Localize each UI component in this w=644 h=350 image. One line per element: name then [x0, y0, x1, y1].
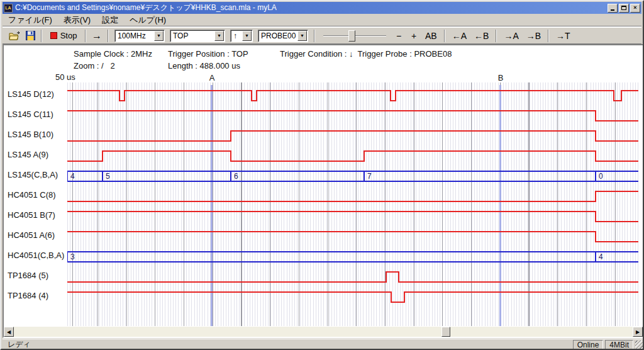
bus-value: 7 [367, 172, 372, 181]
sample-clock-value: 100MHz [115, 31, 154, 40]
stop-label: Stop [60, 31, 77, 40]
app-window: LA C:¥Documents and Settings¥noname¥デスクト… [0, 0, 644, 350]
trigger-edge-value: ↑ [231, 31, 242, 40]
wave-trace [67, 212, 638, 222]
trigger-condition-info: Trigger Condition : ↓ Trigger Probe : PR… [280, 49, 452, 59]
waveform-plot: 4567034 [67, 83, 638, 326]
stop-icon [50, 32, 57, 39]
resize-grip[interactable] [635, 341, 643, 349]
wave-trace [67, 272, 638, 282]
zoom-slider[interactable] [323, 30, 386, 42]
status-message: レディ [3, 339, 573, 350]
goto-marker-a-button[interactable]: ←A [448, 29, 470, 43]
toolbar-separator [41, 30, 42, 42]
maximize-button[interactable] [619, 4, 629, 13]
wave-trace [67, 131, 638, 141]
menu-file[interactable]: ファイル(F) [3, 14, 58, 26]
signal-label: HC4051 B(7) [8, 210, 67, 220]
bus-value: 4 [599, 252, 603, 261]
toolbar-separator [85, 30, 86, 42]
toolbar: Stop → 100MHz ▼ TOP ▼ ↑ ▼ PROBE00 ▼ − + [3, 27, 641, 44]
toolbar-separator [314, 30, 315, 42]
signal-label: TP1684 (5) [8, 271, 67, 281]
goto-trigger-button[interactable]: →T [552, 29, 574, 43]
signal-label: HC4051 A(6) [8, 230, 67, 240]
menu-view[interactable]: 表示(V) [58, 14, 96, 26]
bus-value: 0 [599, 172, 603, 181]
signal-label: LS145 B(10) [8, 130, 67, 140]
wave-trace [67, 232, 638, 242]
zoom-out-button[interactable]: − [391, 29, 406, 43]
close-icon: × [633, 5, 636, 11]
close-button[interactable]: × [630, 4, 640, 13]
run-button[interactable]: → [89, 29, 104, 43]
minimize-icon [611, 6, 614, 11]
maximize-icon [621, 6, 626, 10]
signal-label: LS145 A(9) [8, 150, 67, 160]
menu-settings[interactable]: 設定 [96, 14, 124, 26]
marker-b-label: B [494, 73, 507, 82]
open-folder-icon [9, 31, 20, 40]
show-ab-button[interactable]: AB [421, 29, 441, 43]
marker-a-label: A [206, 73, 218, 82]
signal-label: LS145 D(12) [8, 89, 67, 99]
scroll-left-button[interactable]: ◀ [4, 327, 14, 337]
app-icon: LA [4, 4, 13, 13]
open-file-button[interactable] [6, 29, 23, 43]
trigger-probe-dropdown[interactable]: PROBE00 ▼ [258, 30, 308, 42]
slider-thumb[interactable] [348, 30, 355, 42]
wave-trace [67, 151, 638, 161]
toolbar-separator [496, 30, 497, 42]
scrollbar-thumb[interactable] [441, 327, 450, 337]
bus-value: 3 [70, 252, 75, 261]
status-bar: レディ Online 4MBit [3, 339, 644, 350]
horizontal-scrollbar[interactable]: ◀ ▶ [4, 327, 643, 337]
trigger-position-dropdown[interactable]: TOP ▼ [170, 30, 225, 42]
signal-label: HC4051 C(8) [8, 190, 67, 200]
sample-clock-info: Sample Clock : 2MHz [74, 49, 152, 59]
bus-value: 5 [106, 172, 110, 181]
scroll-right-button[interactable]: ▶ [633, 327, 643, 337]
goto-marker-b-button[interactable]: ←B [470, 29, 492, 43]
stop-button[interactable]: Stop [45, 29, 82, 43]
sample-clock-dropdown[interactable]: 100MHz ▼ [114, 30, 165, 42]
wave-trace [67, 191, 638, 201]
minimize-button[interactable] [608, 4, 618, 13]
signal-label: LS145 C(11) [8, 110, 67, 120]
signal-label: TP1684 (4) [8, 291, 67, 301]
status-memory-panel: 4MBit [605, 340, 633, 349]
wave-trace [67, 111, 638, 121]
set-marker-b-button[interactable]: →B [523, 29, 545, 43]
bus-value: 4 [70, 172, 75, 181]
save-floppy-icon [26, 31, 35, 40]
window-title: C:¥Documents and Settings¥noname¥デスクトップ¥… [15, 3, 606, 13]
wave-trace [67, 292, 638, 302]
zoom-in-button[interactable]: + [406, 29, 421, 43]
save-button[interactable] [23, 29, 38, 43]
run-arrow-icon: → [92, 31, 102, 41]
chevron-down-icon[interactable]: ▼ [154, 31, 164, 41]
trigger-position-value: TOP [170, 31, 214, 40]
trigger-edge-dropdown[interactable]: ↑ ▼ [230, 30, 253, 42]
set-marker-a-button[interactable]: →A [500, 29, 522, 43]
length-info: Length : 488.000 us [168, 61, 240, 71]
status-online-panel: Online [573, 340, 604, 349]
menu-help[interactable]: ヘルプ(H) [124, 14, 172, 26]
toolbar-separator [548, 30, 549, 42]
title-bar[interactable]: LA C:¥Documents and Settings¥noname¥デスクト… [3, 2, 641, 14]
menu-bar: ファイル(F) 表示(V) 設定 ヘルプ(H) [3, 14, 641, 26]
toolbar-separator [108, 30, 109, 42]
zoom-info: Zoom : / 2 [74, 61, 115, 71]
trigger-probe-value: PROBE00 [258, 31, 297, 40]
signal-label: HC4051(C,B,A) [8, 251, 67, 261]
chevron-down-icon[interactable]: ▼ [297, 31, 307, 41]
wave-trace [67, 91, 638, 101]
time-scale-label: 50 us [55, 72, 75, 82]
chevron-down-icon[interactable]: ▼ [214, 31, 224, 41]
toolbar-separator [444, 30, 445, 42]
trigger-position-info: Trigger Position : TOP [168, 49, 248, 59]
chevron-down-icon[interactable]: ▼ [242, 31, 252, 41]
bus-value: 6 [234, 172, 238, 181]
signal-label: LS145(C,B,A) [8, 170, 67, 180]
